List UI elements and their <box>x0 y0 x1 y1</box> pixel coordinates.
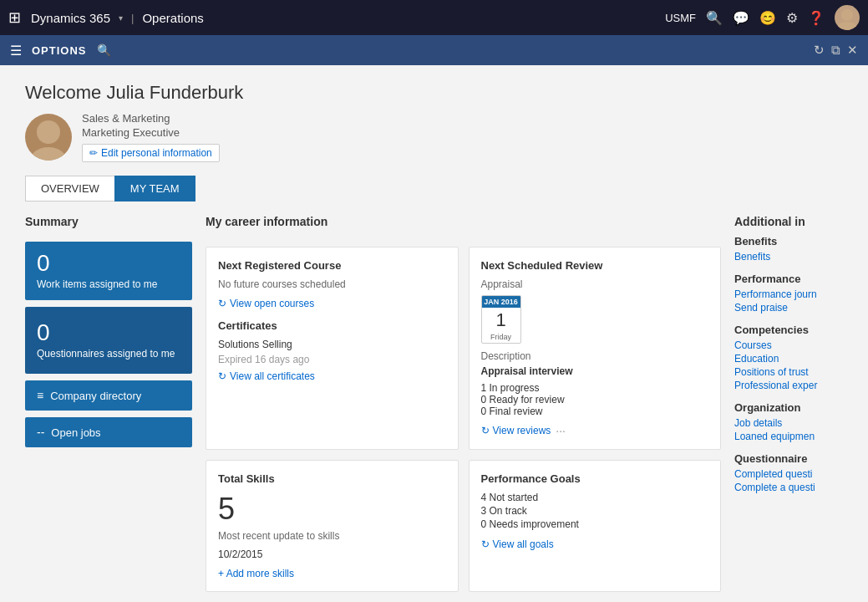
certificates-title: Certificates <box>218 319 446 332</box>
options-label: OPTIONS <box>32 44 87 57</box>
view-certs-icon: ↻ <box>218 370 226 382</box>
svg-point-3 <box>30 147 67 161</box>
next-review-card: Next Scheduled Review Appraisal JAN 2016… <box>469 247 722 450</box>
competencies-section-title: Competencies <box>734 324 843 336</box>
app-grid-icon[interactable]: ⊞ <box>8 8 21 27</box>
view-goals-link[interactable]: ↻ View all goals <box>481 538 554 550</box>
top-navigation: ⊞ Dynamics 365 ▾ | Operations USMF 🔍 💬 😊… <box>0 0 868 35</box>
main-content: Welcome Julia Funderburk Sales & Marketi… <box>0 65 868 602</box>
welcome-header: Welcome Julia Funderburk Sales & Marketi… <box>25 82 843 162</box>
competencies-link-3[interactable]: Professional exper <box>734 380 843 391</box>
skills-count: 5 <box>218 492 446 527</box>
career-grid: Next Registered Course No future courses… <box>206 247 721 592</box>
total-skills-title: Total Skills <box>218 472 446 485</box>
settings-icon[interactable]: ⚙ <box>786 10 798 26</box>
review-stat-1: 1 In progress <box>481 382 709 394</box>
company-directory-button[interactable]: ≡ Company directory <box>25 380 192 411</box>
performance-section: Performance Performance journ Send prais… <box>734 273 843 314</box>
questionnaire-link-0[interactable]: Completed questi <box>734 468 843 480</box>
performance-link-1[interactable]: Send praise <box>734 302 843 314</box>
refresh-icon[interactable]: ↻ <box>814 43 825 58</box>
performance-link-0[interactable]: Performance journ <box>734 288 843 300</box>
sub-navigation: ☰ OPTIONS 🔍 ↻ ⧉ ✕ <box>0 35 868 65</box>
cal-weekday: Friday <box>482 333 520 343</box>
benefits-section-title: Benefits <box>734 235 843 247</box>
tab-my-team[interactable]: MY TEAM <box>114 176 195 202</box>
total-skills-card: Total Skills 5 Most recent update to ski… <box>206 460 459 592</box>
user-details: Sales & Marketing Marketing Executive ✏ … <box>82 112 220 162</box>
additional-info-title: Additional in <box>734 215 843 228</box>
competencies-link-1[interactable]: Education <box>734 353 843 365</box>
sub-search-icon[interactable]: 🔍 <box>97 43 111 57</box>
benefits-link-0[interactable]: Benefits <box>734 251 843 263</box>
company-selector[interactable]: USMF <box>665 12 696 24</box>
face-icon[interactable]: 😊 <box>759 10 776 26</box>
tabs: OVERVIEW MY TEAM <box>25 176 843 202</box>
view-courses-icon: ↻ <box>218 298 226 309</box>
view-reviews-icon: ↻ <box>481 425 490 436</box>
user-info: Sales & Marketing Marketing Executive ✏ … <box>25 112 843 162</box>
welcome-title: Welcome Julia Funderburk <box>25 82 843 104</box>
svg-point-0 <box>841 9 853 21</box>
user-avatar-top[interactable] <box>835 5 860 30</box>
review-stat-2: 0 Ready for review <box>481 394 709 406</box>
brand-chevron-icon[interactable]: ▾ <box>119 13 123 23</box>
review-actions: ↻ View reviews ··· <box>481 424 709 437</box>
close-icon[interactable]: ✕ <box>847 43 858 58</box>
organization-section: Organization Job details Loaned equipmen <box>734 401 843 442</box>
desc-label: Description <box>481 350 709 362</box>
content-grid: Summary 0 Work items assigned to me 0 Qu… <box>25 215 843 602</box>
questionnaires-card[interactable]: 0 Questionnaires assigned to me <box>25 307 192 374</box>
view-courses-link[interactable]: ↻ View open courses <box>218 298 314 309</box>
tab-overview[interactable]: OVERVIEW <box>25 176 114 202</box>
questionnaires-label: Questionnaires assigned to me <box>37 348 180 360</box>
view-reviews-link[interactable]: ↻ View reviews <box>481 425 551 436</box>
organization-link-0[interactable]: Job details <box>734 417 843 429</box>
cert-name: Solutions Selling <box>218 339 446 350</box>
calendar-widget: JAN 2016 1 Friday <box>481 295 521 344</box>
organization-link-1[interactable]: Loaned equipmen <box>734 431 843 442</box>
next-review-title: Next Scheduled Review <box>481 259 709 272</box>
competencies-link-0[interactable]: Courses <box>734 339 843 351</box>
edit-personal-info-button[interactable]: ✏ Edit personal information <box>82 144 220 162</box>
right-panel: Additional in Benefits Benefits Performa… <box>734 215 843 602</box>
questionnaire-section: Questionnaire Completed questi Complete … <box>734 452 843 493</box>
nav-separator: | <box>131 12 134 24</box>
help-icon[interactable]: ❓ <box>808 10 825 26</box>
work-items-card[interactable]: 0 Work items assigned to me <box>25 242 192 300</box>
sub-nav-right: ↻ ⧉ ✕ <box>814 43 858 58</box>
svg-point-1 <box>837 22 857 30</box>
add-skills-link[interactable]: + Add more skills <box>218 568 294 579</box>
cert-expired-text: Expired 16 days ago <box>218 354 446 365</box>
module-name: Operations <box>142 11 203 25</box>
cal-month: JAN 2016 <box>482 296 520 308</box>
questionnaires-count: 0 <box>37 321 180 344</box>
goal-stat-2: 3 On track <box>481 505 709 517</box>
top-nav-right: USMF 🔍 💬 😊 ⚙ ❓ <box>665 5 860 30</box>
skills-subtitle: Most recent update to skills <box>218 530 446 542</box>
edit-pencil-icon: ✏ <box>89 147 98 159</box>
more-options-icon[interactable]: ··· <box>556 424 566 437</box>
review-label: Appraisal <box>481 278 709 290</box>
review-stat-3: 0 Final review <box>481 406 709 417</box>
new-tab-icon[interactable]: ⧉ <box>831 43 840 58</box>
goal-stat-3: 0 Needs improvement <box>481 518 709 530</box>
questionnaire-section-title: Questionnaire <box>734 452 843 465</box>
work-items-label: Work items assigned to me <box>37 278 180 290</box>
review-desc-value: Appraisal interview <box>481 365 709 377</box>
organization-section-title: Organization <box>734 401 843 414</box>
open-jobs-button[interactable]: -- Open jobs <box>25 417 192 447</box>
no-course-text: No future courses scheduled <box>218 278 446 290</box>
questionnaire-link-1[interactable]: Complete a questi <box>734 482 843 493</box>
hamburger-icon[interactable]: ☰ <box>10 43 22 59</box>
cal-day: 1 <box>482 308 520 333</box>
view-certificates-link[interactable]: ↻ View all certificates <box>218 370 315 382</box>
message-icon[interactable]: 💬 <box>733 10 749 26</box>
competencies-link-2[interactable]: Positions of trust <box>734 366 843 378</box>
search-icon[interactable]: 🔍 <box>706 10 723 26</box>
perf-goals-title: Performance Goals <box>481 472 709 485</box>
view-goals-icon: ↻ <box>481 538 490 550</box>
svg-point-2 <box>37 120 60 144</box>
goal-stat-1: 4 Not started <box>481 492 709 503</box>
next-course-card: Next Registered Course No future courses… <box>206 247 459 450</box>
